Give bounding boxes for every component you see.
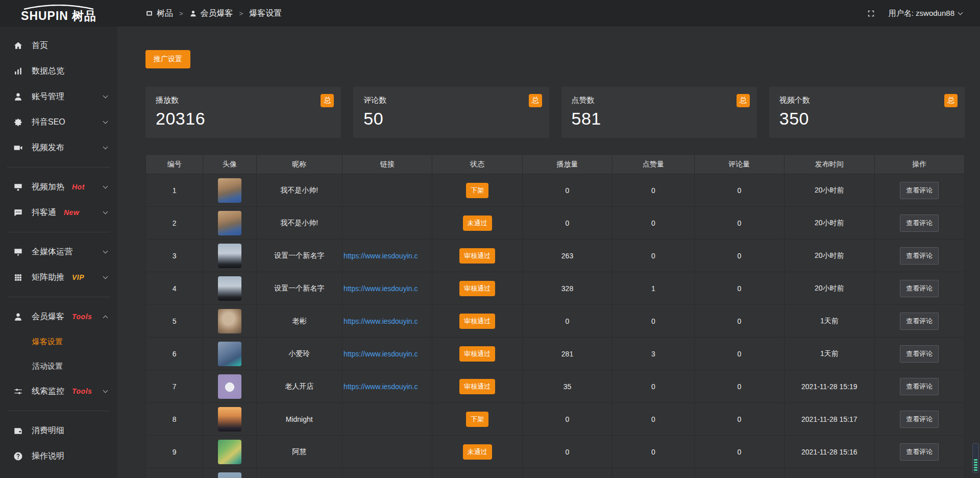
cell-time: 2021-11-28 15:17 — [785, 403, 874, 436]
sidebar-item-video-publish[interactable]: 视频发布 — [0, 135, 117, 160]
app-logo[interactable]: SHUPIN树品 — [0, 0, 117, 27]
cell-id: 5 — [146, 305, 203, 338]
user-area: 用户名: zswodun88 — [867, 9, 962, 18]
nav-badge: Tools — [72, 313, 92, 321]
cell-status: 下架 — [432, 403, 522, 436]
chevron-down-icon — [103, 274, 108, 279]
fullscreen-icon[interactable] — [867, 9, 875, 18]
cell-actions: 查看评论 — [874, 240, 965, 272]
sidebar-item-op-guide[interactable]: 操作说明 — [0, 443, 117, 469]
stat-label: 视频个数 — [779, 95, 954, 105]
sidebar-item-label: 账号管理 — [32, 91, 64, 102]
cell-nickname: 设置一个新名字 — [256, 272, 342, 305]
sidebar-item-member-baoke[interactable]: 会员爆客Tools — [0, 304, 117, 329]
view-comments-button[interactable]: 查看评论 — [900, 443, 939, 461]
nav-badge: Hot — [72, 183, 85, 191]
sidebar-item-label: 抖音SEO — [32, 117, 65, 128]
video-link[interactable]: https://www.iesdouyin.c — [344, 350, 418, 358]
cell-actions: 查看评论 — [874, 207, 965, 240]
breadcrumb-label: 爆客设置 — [249, 8, 282, 19]
sidebar-subitem-activity-settings[interactable]: 活动设置 — [0, 354, 117, 378]
breadcrumb-separator: > — [179, 10, 183, 17]
cell-plays: 0 — [522, 305, 612, 338]
view-comments-button[interactable]: 查看评论 — [900, 378, 939, 395]
view-comments-button[interactable]: 查看评论 — [900, 280, 939, 297]
grid-icon — [13, 273, 23, 282]
cell-id: 7 — [146, 370, 203, 403]
breadcrumb-item[interactable]: 树品 — [145, 8, 173, 19]
cell-plays: 0 — [522, 403, 612, 436]
cell-avatar — [203, 370, 256, 403]
divider — [7, 411, 110, 411]
breadcrumb-item[interactable]: 会员爆客 — [189, 8, 233, 19]
video-link[interactable]: https://www.iesdouyin.c — [344, 383, 418, 391]
video-icon — [13, 143, 23, 153]
sidebar-subitem-label: 爆客设置 — [32, 337, 63, 347]
stat-value: 350 — [779, 109, 954, 129]
avatar — [218, 440, 241, 464]
cell-nickname: 设置一个新名字 — [256, 240, 342, 272]
view-comments-button[interactable]: 查看评论 — [900, 214, 939, 232]
avatar — [218, 178, 241, 203]
video-link[interactable]: https://www.iesdouyin.c — [344, 284, 418, 293]
sidebar-item-consume-detail[interactable]: 消费明细 — [0, 418, 117, 443]
sidebar-item-video-heating[interactable]: 视频加热Hot — [0, 174, 117, 200]
divider — [7, 297, 110, 297]
view-comments-button[interactable]: 查看评论 — [900, 182, 939, 199]
status-badge: 未通过 — [463, 444, 492, 460]
cell-comments: 0 — [694, 403, 784, 436]
table-row: 5老彬https://www.iesdouyin.c审核通过0001天前查看评论 — [146, 305, 965, 338]
sidebar-item-douketong[interactable]: 抖客通New — [0, 200, 117, 225]
cell-time: 20小时前 — [785, 207, 874, 240]
cell-status: 审核通过 — [432, 370, 522, 403]
logo-text-en: SHUPIN — [21, 9, 68, 22]
sidebar-item-clue-monitor[interactable]: 线索监控Tools — [0, 378, 117, 404]
sidebar-item-label: 全媒体运营 — [32, 247, 72, 257]
username[interactable]: 用户名: zswodun88 — [889, 9, 954, 18]
cell-plays: 328 — [522, 272, 612, 305]
sidebar-item-media-operation[interactable]: 全媒体运营 — [0, 239, 117, 265]
avatar — [218, 342, 241, 366]
sidebar-item-label: 视频加热 — [32, 182, 64, 193]
cell-nickname: 阿慧 — [256, 436, 342, 468]
promo-settings-button[interactable]: 推广设置 — [145, 50, 190, 68]
sidebar-item-data-overview[interactable]: 数据总览 — [0, 58, 117, 84]
view-comments-button[interactable]: 查看评论 — [900, 313, 939, 330]
logo-text: SHUPIN树品 — [21, 10, 96, 22]
wallet-icon — [13, 426, 23, 436]
cell-nickname: 我不是小帅! — [256, 174, 342, 207]
view-comments-button[interactable]: 查看评论 — [900, 247, 939, 265]
avatar — [218, 244, 241, 268]
sidebar-item-label: 线索监控 — [32, 386, 64, 397]
help-icon — [13, 451, 23, 461]
video-link[interactable]: https://www.iesdouyin.c — [344, 317, 418, 325]
breadcrumb: 树品>会员爆客>爆客设置 — [145, 8, 282, 19]
view-comments-button[interactable]: 查看评论 — [900, 345, 939, 363]
nav-badge: New — [64, 208, 79, 217]
chevron-down-icon — [103, 144, 108, 149]
sidebar-item-home[interactable]: 首页 — [0, 33, 117, 58]
table-row: 2我不是小帅!未通过00020小时前查看评论 — [146, 207, 965, 240]
video-link[interactable]: https://www.iesdouyin.c — [344, 252, 418, 260]
sidebar-item-label: 消费明细 — [32, 425, 64, 436]
sidebar-item-douyin-seo[interactable]: 抖音SEO — [0, 109, 117, 135]
sidebar-item-matrix-boost[interactable]: 矩阵助推VIP — [0, 265, 117, 290]
floating-widget[interactable] — [972, 443, 979, 473]
cell-comments: 0 — [694, 436, 784, 468]
sidebar-subitem-baoke-settings[interactable]: 爆客设置 — [0, 329, 117, 354]
logo-text-cn: 树品 — [72, 9, 96, 22]
cell-actions: 查看评论 — [874, 272, 965, 305]
col-header: 编号 — [146, 155, 203, 174]
total-badge: 总 — [321, 94, 334, 107]
app-icon — [145, 10, 153, 17]
avatar — [218, 407, 241, 432]
cell-nickname: Midnight — [256, 403, 342, 436]
cell-link: https://www.iesdouyin.c — [342, 240, 432, 272]
status-badge: 审核通过 — [459, 346, 495, 362]
cell-plays: 0 — [522, 436, 612, 468]
gear-icon — [13, 117, 23, 127]
sliders-icon — [13, 387, 23, 396]
sidebar-item-account-manage[interactable]: 账号管理 — [0, 84, 117, 109]
view-comments-button[interactable]: 查看评论 — [900, 411, 939, 428]
breadcrumb-item[interactable]: 爆客设置 — [249, 8, 282, 19]
